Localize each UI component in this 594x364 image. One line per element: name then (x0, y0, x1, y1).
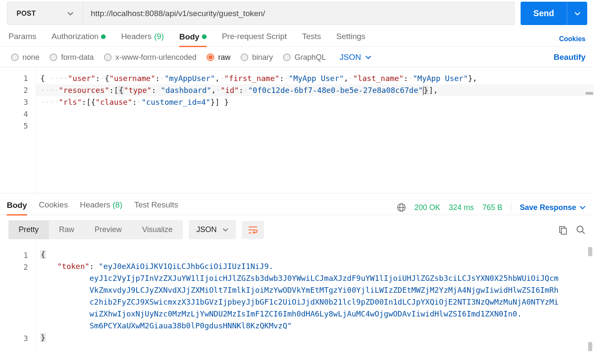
status-code: 200 OK (415, 203, 440, 212)
chevron-down-icon (67, 11, 73, 16)
radio-graphql[interactable]: GraphQL (283, 53, 326, 62)
minimap-marker (586, 92, 593, 95)
resp-tab-cookies[interactable]: Cookies (39, 200, 68, 215)
fmt-tabs: Pretty Raw Preview Visualize (8, 220, 183, 239)
method-select[interactable]: POST (7, 2, 83, 25)
resp-tab-body[interactable]: Body (7, 201, 27, 216)
radio-icon (241, 53, 248, 61)
radio-icon (50, 53, 57, 61)
radio-raw[interactable]: raw (207, 53, 230, 62)
radio-formdata[interactable]: form-data (50, 53, 94, 62)
tab-params[interactable]: Params (8, 32, 36, 46)
tab-settings[interactable]: Settings (336, 32, 365, 46)
radio-icon (11, 53, 19, 61)
body-lang-dropdown[interactable]: JSON (339, 53, 371, 62)
send-group: Send (521, 2, 587, 25)
resp-headers-count: (8) (112, 200, 122, 209)
status-dot-icon (101, 34, 106, 39)
request-tabs: Params Authorization Headers (9) Body Pr… (0, 25, 594, 47)
tab-prerequest[interactable]: Pre-request Script (222, 32, 287, 46)
headers-count: (9) (154, 32, 164, 41)
radio-none[interactable]: none (11, 53, 39, 62)
scrollbar-thumb[interactable] (588, 247, 592, 256)
svg-rect-6 (561, 228, 566, 234)
wrap-lines-button[interactable] (242, 221, 264, 239)
request-bar: POST http://localhost:8088/api/v1/securi… (0, 0, 594, 25)
copy-icon[interactable] (558, 225, 568, 235)
radio-icon (104, 53, 112, 61)
resp-lang-dropdown[interactable]: JSON (189, 220, 236, 239)
request-body-editor[interactable]: 1 2 3 4 5 { ····"user":·{"username":·"my… (0, 67, 594, 193)
body-type-row: none form-data x-www-form-urlencoded raw… (0, 47, 594, 67)
fmt-right-actions (558, 225, 586, 235)
wrap-icon (248, 225, 258, 235)
scrollbar-thumb[interactable] (588, 342, 592, 351)
chevron-down-icon (365, 56, 371, 59)
divider (511, 202, 511, 213)
line-gutter: 1 2 3 4 5 (0, 67, 36, 193)
svg-line-8 (582, 231, 585, 234)
resp-code-area[interactable]: { "token": "eyJ0eXAiOiJKV1QiLCJhbGciOiJI… (36, 244, 594, 354)
chevron-down-icon (223, 228, 228, 232)
tab-tests[interactable]: Tests (302, 32, 321, 46)
radio-icon (207, 53, 214, 61)
radio-icon (283, 53, 291, 61)
code-area[interactable]: { ····"user":·{"username":·"myAppUser",·… (36, 67, 594, 193)
chevron-down-icon (580, 206, 586, 210)
fmt-preview[interactable]: Preview (84, 220, 132, 239)
beautify-link[interactable]: Beautify (554, 53, 586, 62)
send-button[interactable]: Send (521, 2, 567, 25)
url-text: http://localhost:8088/api/v1/security/gu… (91, 9, 265, 18)
response-body-editor[interactable]: 1 2 3 { "token": "eyJ0eXAiOiJKV1QiLCJhbG… (0, 244, 594, 354)
url-input[interactable]: http://localhost:8088/api/v1/security/gu… (83, 2, 515, 25)
response-format-row: Pretty Raw Preview Visualize JSON (0, 215, 594, 244)
svg-point-7 (577, 226, 583, 232)
response-time: 324 ms (449, 203, 474, 212)
method-value: POST (17, 10, 36, 17)
globe-icon[interactable] (397, 203, 406, 212)
tab-authorization[interactable]: Authorization (51, 32, 106, 46)
response-meta: 200 OK 324 ms 765 B Save Response (397, 202, 586, 213)
response-size: 765 B (482, 203, 502, 212)
search-icon[interactable] (576, 225, 586, 235)
tab-body[interactable]: Body (179, 32, 207, 47)
response-tabs: Body Cookies Headers (8) Test Results 20… (0, 193, 594, 215)
radio-binary[interactable]: binary (241, 53, 273, 62)
fmt-visualize[interactable]: Visualize (132, 220, 183, 239)
resp-tab-headers[interactable]: Headers (8) (80, 200, 122, 215)
resp-line-gutter: 1 2 3 (0, 244, 36, 354)
fmt-raw[interactable]: Raw (49, 220, 84, 239)
tab-headers[interactable]: Headers (9) (121, 32, 164, 46)
save-response-button[interactable]: Save Response (520, 203, 586, 212)
status-dot-icon (202, 34, 207, 39)
send-caret-button[interactable] (567, 2, 587, 25)
fmt-pretty[interactable]: Pretty (8, 220, 49, 239)
resp-tab-test[interactable]: Test Results (134, 200, 178, 215)
cookies-link[interactable]: Cookies (559, 35, 586, 43)
radio-xform[interactable]: x-www-form-urlencoded (104, 53, 196, 62)
